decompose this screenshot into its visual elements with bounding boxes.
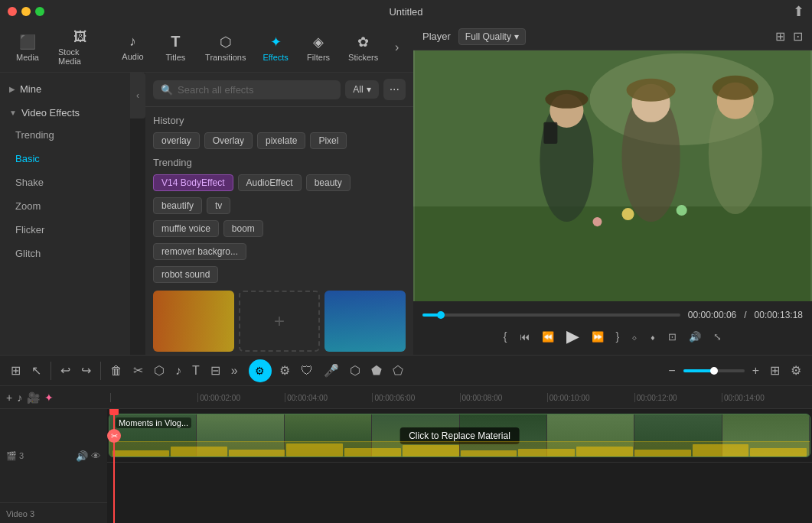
- toolbar-item-transitions[interactable]: ⬡ Transitions: [198, 29, 253, 67]
- effect-card-add[interactable]: +: [239, 291, 320, 352]
- waveform-bar: [576, 447, 633, 456]
- close-button[interactable]: [8, 7, 17, 16]
- split-audio-button[interactable]: ⬡: [151, 360, 168, 381]
- settings-tl-icon[interactable]: ⚙: [788, 360, 804, 381]
- ruler-mark-4: 00:00:08:00: [460, 393, 547, 402]
- select-tool[interactable]: ⊞: [8, 360, 24, 381]
- video-btn[interactable]: ⬟: [368, 360, 385, 381]
- effect-card-1[interactable]: [153, 291, 234, 352]
- tag-robot-sound[interactable]: robot sound: [153, 266, 218, 283]
- sidebar-header-video-effects[interactable]: ▼ Video Effects: [0, 102, 130, 123]
- minimize-button[interactable]: [21, 7, 31, 16]
- zoom-slider[interactable]: [683, 369, 745, 372]
- tag-tv[interactable]: tv: [207, 197, 230, 214]
- add-video-icon2[interactable]: 🎥: [27, 391, 40, 404]
- tag-boom[interactable]: boom: [223, 220, 263, 237]
- expand-button[interactable]: ⤡: [713, 331, 722, 343]
- toolbar-item-audio[interactable]: ♪ Audio: [113, 29, 152, 66]
- layout-options-icon[interactable]: ⊞: [767, 360, 783, 381]
- sidebar-item-flicker[interactable]: Flicker: [0, 218, 130, 242]
- add-effect-track-icon[interactable]: ✦: [44, 391, 54, 404]
- snapshot-button[interactable]: ⬧: [650, 331, 656, 343]
- effect-card-3[interactable]: [324, 291, 406, 352]
- tag-beauty[interactable]: beauty: [306, 174, 351, 191]
- tag-overlay1[interactable]: overlay: [153, 132, 200, 149]
- captions-button[interactable]: ⬡: [347, 360, 364, 381]
- step-fwd-button[interactable]: ⏩: [592, 331, 604, 343]
- playhead[interactable]: ✂: [113, 409, 115, 523]
- sidebar-header-mine[interactable]: ▶ Mine: [0, 79, 130, 99]
- tag-pixel[interactable]: Pixel: [310, 132, 347, 149]
- delete-button[interactable]: 🗑: [107, 361, 126, 381]
- waveform-bar: [171, 447, 227, 456]
- timeline-area: + ♪ 🎥 ✦ 🎬 3 🔊 👁 Video 3: [0, 386, 812, 523]
- tag-overlay2[interactable]: Overlay: [204, 132, 253, 149]
- search-input[interactable]: [178, 84, 333, 96]
- svg-rect-15: [543, 122, 557, 144]
- track-visibility-icon[interactable]: 👁: [91, 450, 101, 462]
- track-label-row: 🎬 3 🔊 👁: [0, 409, 107, 503]
- toolbar-item-filters[interactable]: ◈ Filters: [298, 29, 338, 67]
- add-video-track-icon[interactable]: +: [6, 391, 12, 404]
- tag-v14bodyeffect[interactable]: V14 BodyEffect: [153, 174, 233, 191]
- mic-button[interactable]: 🎤: [321, 360, 342, 381]
- toolbar-item-stock[interactable]: 🖼 Stock Media: [51, 24, 109, 70]
- subtitle-btn[interactable]: ⬠: [390, 360, 406, 381]
- tag-beautify[interactable]: beautify: [153, 197, 202, 214]
- maximize-button[interactable]: [35, 7, 44, 16]
- volume-button[interactable]: 🔊: [689, 331, 701, 343]
- trending-tags-row: V14 BodyEffect AudioEffect beauty: [153, 174, 406, 191]
- toolbar-item-effects[interactable]: ✦ Effects: [256, 29, 295, 67]
- fullscreen-player-button[interactable]: ⊡: [668, 331, 677, 343]
- tag-audioeffect[interactable]: AudioEffect: [238, 174, 302, 191]
- mark-in-button[interactable]: {: [504, 330, 507, 343]
- undo-button[interactable]: ↩: [57, 360, 73, 381]
- settings-button[interactable]: ⚙: [276, 360, 293, 381]
- collapse-sidebar-button[interactable]: ‹: [130, 73, 145, 119]
- zoom-out-icon[interactable]: −: [665, 361, 678, 381]
- quality-select[interactable]: Full Quality ▾: [458, 28, 526, 45]
- share-icon[interactable]: ⬆: [793, 3, 804, 20]
- video-preview: [413, 50, 812, 301]
- smart-tool-button[interactable]: ⚙: [249, 359, 272, 382]
- split-button[interactable]: ⬦: [631, 331, 638, 343]
- toolbar-more-button[interactable]: ›: [388, 38, 406, 57]
- step-back-button[interactable]: ⏪: [542, 331, 554, 343]
- grid-view-icon[interactable]: ⊞: [775, 29, 785, 44]
- text-button[interactable]: T: [189, 361, 203, 381]
- sidebar-item-basic[interactable]: Basic: [0, 147, 130, 171]
- audio-button[interactable]: ♪: [172, 361, 184, 381]
- tag-remover-backgro[interactable]: remover backgro...: [153, 243, 246, 260]
- toolbar-item-media[interactable]: ⬛ Media: [8, 29, 47, 67]
- play-button[interactable]: ▶: [566, 326, 579, 346]
- trending-section-title: Trending: [153, 157, 406, 168]
- fullscreen-icon[interactable]: ⊡: [793, 29, 803, 44]
- toolbar-item-stickers[interactable]: ✿ Stickers: [341, 29, 385, 67]
- more-options-button[interactable]: ···: [383, 79, 406, 100]
- redo-button[interactable]: ↪: [78, 360, 94, 381]
- sidebar-item-glitch[interactable]: Glitch: [0, 242, 130, 265]
- sidebar-item-zoom[interactable]: Zoom: [0, 194, 130, 218]
- filter-button[interactable]: All ▾: [345, 80, 378, 99]
- titlebar: Untitled ⬆: [0, 0, 812, 23]
- tag-muffle-voice[interactable]: muffle voice: [153, 220, 219, 237]
- add-audio-track-icon[interactable]: ♪: [17, 391, 22, 404]
- shield-button[interactable]: 🛡: [298, 361, 316, 381]
- zoom-in-icon[interactable]: +: [749, 361, 762, 381]
- tag-pixelate[interactable]: pixelate: [257, 132, 305, 149]
- progress-bar[interactable]: [422, 313, 680, 317]
- track-name-row: Video 3: [0, 503, 107, 523]
- waveform-bar: [518, 449, 575, 456]
- cut-button[interactable]: ✂: [130, 360, 146, 381]
- sidebar-item-shake[interactable]: Shake: [0, 171, 130, 194]
- crop-button[interactable]: ⊟: [207, 360, 223, 381]
- arrow-tool[interactable]: ↖: [28, 360, 44, 381]
- track-volume-icon[interactable]: 🔊: [76, 450, 88, 462]
- toolbar-item-titles[interactable]: T Titles: [155, 28, 195, 67]
- effects-sidebar: ▶ Mine ▼ Video Effects Trending Basic Sh…: [0, 73, 130, 355]
- more-tl-button[interactable]: »: [228, 361, 241, 381]
- video-clip[interactable]: Moments in Vlog... Click to Replace Mate…: [109, 414, 810, 457]
- sidebar-item-trending[interactable]: Trending: [0, 123, 130, 147]
- mark-out-button[interactable]: }: [616, 330, 620, 343]
- skip-back-button[interactable]: ⏮: [520, 331, 530, 343]
